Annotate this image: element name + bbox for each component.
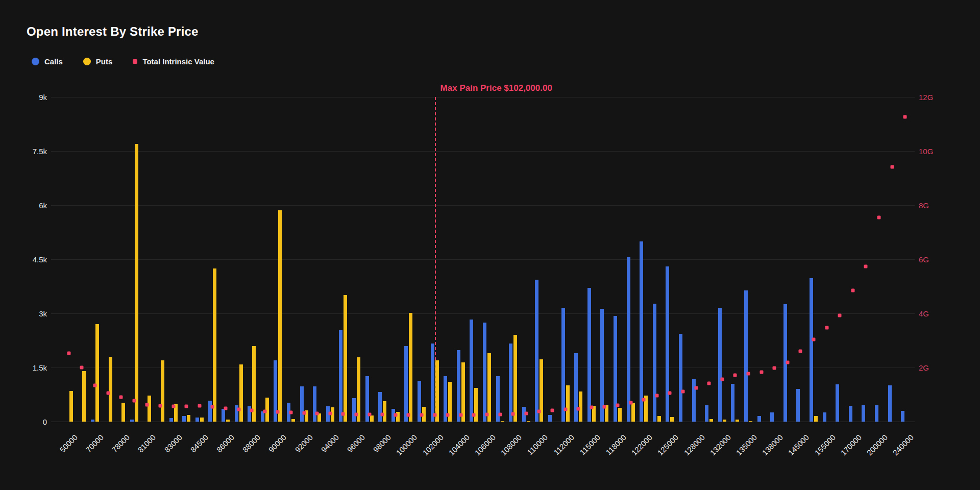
intrinsic-value-point[interactable] xyxy=(760,371,763,374)
intrinsic-value-point[interactable] xyxy=(198,404,201,408)
call-bar[interactable] xyxy=(457,350,460,422)
put-bar[interactable] xyxy=(749,421,752,422)
call-bar[interactable] xyxy=(770,412,774,422)
intrinsic-value-point[interactable] xyxy=(890,165,894,168)
intrinsic-value-point[interactable] xyxy=(159,404,162,408)
call-bar[interactable] xyxy=(823,412,826,422)
intrinsic-value-point[interactable] xyxy=(302,411,306,414)
put-bar[interactable] xyxy=(370,415,374,422)
call-bar[interactable] xyxy=(836,384,839,422)
call-bar[interactable] xyxy=(901,411,904,422)
intrinsic-value-point[interactable] xyxy=(381,413,384,416)
intrinsic-value-point[interactable] xyxy=(485,413,489,416)
intrinsic-value-point[interactable] xyxy=(655,394,658,398)
put-bar[interactable] xyxy=(200,418,204,422)
intrinsic-value-point[interactable] xyxy=(407,413,410,416)
intrinsic-value-point[interactable] xyxy=(694,386,698,389)
intrinsic-value-point[interactable] xyxy=(616,404,620,407)
intrinsic-value-point[interactable] xyxy=(903,115,907,118)
put-bar[interactable] xyxy=(657,416,661,422)
put-bar[interactable] xyxy=(709,419,713,422)
intrinsic-value-point[interactable] xyxy=(446,413,450,417)
call-bar[interactable] xyxy=(705,405,708,422)
intrinsic-value-point[interactable] xyxy=(799,350,802,353)
put-bar[interactable] xyxy=(527,421,530,422)
intrinsic-value-point[interactable] xyxy=(93,383,97,387)
call-bar[interactable] xyxy=(731,384,734,422)
put-bar[interactable] xyxy=(357,357,360,422)
call-bar[interactable] xyxy=(169,418,173,422)
call-bar[interactable] xyxy=(679,334,682,422)
call-bar[interactable] xyxy=(666,266,669,422)
call-bar[interactable] xyxy=(483,323,486,422)
intrinsic-value-point[interactable] xyxy=(119,396,123,399)
call-bar[interactable] xyxy=(744,290,748,422)
put-bar[interactable] xyxy=(513,335,517,422)
call-bar[interactable] xyxy=(300,386,304,422)
call-bar[interactable] xyxy=(195,418,199,422)
intrinsic-value-point[interactable] xyxy=(433,413,436,417)
intrinsic-value-point[interactable] xyxy=(250,408,254,412)
put-bar[interactable] xyxy=(814,416,818,422)
call-bar[interactable] xyxy=(796,389,800,422)
put-bar[interactable] xyxy=(213,268,216,422)
call-bar[interactable] xyxy=(535,280,538,422)
put-bar[interactable] xyxy=(487,353,491,422)
call-bar[interactable] xyxy=(431,344,434,422)
put-bar[interactable] xyxy=(135,144,138,422)
call-bar[interactable] xyxy=(130,420,134,422)
put-bar[interactable] xyxy=(187,415,190,422)
call-bar[interactable] xyxy=(222,409,225,422)
intrinsic-value-point[interactable] xyxy=(590,406,593,409)
put-bar[interactable] xyxy=(631,403,635,422)
intrinsic-value-point[interactable] xyxy=(472,413,476,416)
intrinsic-value-point[interactable] xyxy=(185,404,188,408)
put-bar[interactable] xyxy=(161,360,164,422)
call-bar[interactable] xyxy=(378,392,382,422)
put-bar[interactable] xyxy=(148,396,151,422)
intrinsic-value-point[interactable] xyxy=(263,409,266,413)
call-bar[interactable] xyxy=(587,288,591,422)
intrinsic-value-point[interactable] xyxy=(668,391,672,395)
put-bar[interactable] xyxy=(121,403,125,422)
call-bar[interactable] xyxy=(548,415,552,422)
call-bar[interactable] xyxy=(600,309,604,422)
call-bar[interactable] xyxy=(561,308,565,422)
intrinsic-value-point[interactable] xyxy=(629,401,632,404)
put-bar[interactable] xyxy=(409,313,412,422)
call-bar[interactable] xyxy=(640,241,643,422)
intrinsic-value-point[interactable] xyxy=(864,265,868,268)
put-bar[interactable] xyxy=(278,210,282,422)
intrinsic-value-point[interactable] xyxy=(211,405,214,408)
intrinsic-value-point[interactable] xyxy=(747,372,750,375)
put-bar[interactable] xyxy=(344,295,347,422)
intrinsic-value-point[interactable] xyxy=(145,403,149,406)
call-bar[interactable] xyxy=(849,406,852,422)
intrinsic-value-point[interactable] xyxy=(551,408,554,412)
intrinsic-value-point[interactable] xyxy=(355,412,358,416)
call-bar[interactable] xyxy=(875,405,878,422)
intrinsic-value-point[interactable] xyxy=(289,410,293,414)
call-bar[interactable] xyxy=(91,420,94,422)
put-bar[interactable] xyxy=(435,360,439,422)
intrinsic-value-point[interactable] xyxy=(733,373,737,377)
call-bar[interactable] xyxy=(888,385,892,422)
intrinsic-value-point[interactable] xyxy=(603,405,606,409)
intrinsic-value-point[interactable] xyxy=(577,407,580,411)
intrinsic-value-point[interactable] xyxy=(720,378,724,381)
put-bar[interactable] xyxy=(239,364,243,422)
intrinsic-value-point[interactable] xyxy=(276,410,280,413)
intrinsic-value-point[interactable] xyxy=(172,404,175,408)
call-bar[interactable] xyxy=(470,320,473,422)
call-bar[interactable] xyxy=(509,344,512,422)
intrinsic-value-point[interactable] xyxy=(681,389,685,393)
put-bar[interactable] xyxy=(566,385,570,422)
call-bar[interactable] xyxy=(404,346,408,422)
call-bar[interactable] xyxy=(718,308,722,422)
put-bar[interactable] xyxy=(736,420,739,422)
put-bar[interactable] xyxy=(109,357,112,422)
intrinsic-value-point[interactable] xyxy=(80,366,84,370)
call-bar[interactable] xyxy=(313,386,316,422)
put-bar[interactable] xyxy=(226,420,230,422)
call-bar[interactable] xyxy=(862,405,865,422)
